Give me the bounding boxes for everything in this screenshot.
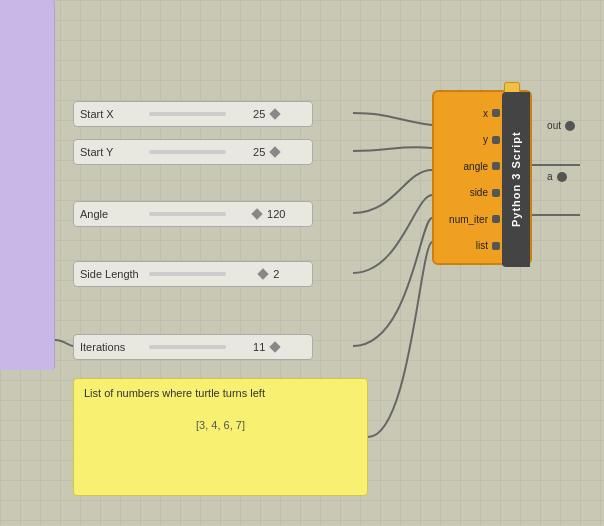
- python-input-ports: x y angle side num_iter list: [434, 92, 506, 267]
- port-side: side: [440, 187, 500, 198]
- angle-value: 120: [230, 208, 307, 220]
- output-ports: out a: [547, 120, 575, 182]
- start-y-node: Start Y 25: [73, 138, 313, 166]
- start-y-box[interactable]: Start Y 25: [73, 139, 313, 165]
- port-list: list: [440, 240, 500, 251]
- output-a-dot: [557, 172, 567, 182]
- side-length-label: Side Length: [80, 268, 145, 280]
- left-panel: [0, 0, 55, 370]
- start-y-slider[interactable]: [149, 150, 226, 154]
- side-length-node: Side Length 2: [73, 260, 313, 288]
- start-x-node: Start X 25: [73, 100, 313, 128]
- angle-node: Angle 120: [73, 200, 313, 228]
- port-y-label: y: [483, 134, 488, 145]
- iterations-label: Iterations: [80, 341, 145, 353]
- output-a-label: a: [547, 171, 553, 182]
- python-node-title: Python 3 Script: [502, 92, 530, 267]
- port-list-label: list: [476, 240, 488, 251]
- angle-label: Angle: [80, 208, 145, 220]
- python-script-node[interactable]: x y angle side num_iter list Python 3 Sc…: [432, 90, 532, 265]
- start-x-slider[interactable]: [149, 112, 226, 116]
- port-x: x: [440, 108, 500, 119]
- start-y-label: Start Y: [80, 146, 145, 158]
- output-out-label: out: [547, 120, 561, 131]
- port-side-label: side: [470, 187, 488, 198]
- port-y: y: [440, 134, 500, 145]
- note-box[interactable]: List of numbers where turtle turns left …: [73, 378, 368, 496]
- side-length-value: 2: [230, 268, 307, 280]
- start-y-diamond: [270, 146, 281, 157]
- port-list-dot: [492, 242, 500, 250]
- port-y-dot: [492, 136, 500, 144]
- note-value: [3, 4, 6, 7]: [84, 419, 357, 431]
- output-out-dot: [565, 121, 575, 131]
- port-angle-label: angle: [464, 161, 488, 172]
- iterations-slider[interactable]: [149, 345, 226, 349]
- side-length-slider[interactable]: [149, 272, 226, 276]
- start-x-diamond: [270, 108, 281, 119]
- iterations-value: 11: [230, 341, 307, 353]
- start-x-box[interactable]: Start X 25: [73, 101, 313, 127]
- port-num-iter-dot: [492, 215, 500, 223]
- port-num-iter: num_iter: [440, 214, 500, 225]
- iterations-box[interactable]: Iterations 11: [73, 334, 313, 360]
- start-x-value: 25: [230, 108, 307, 120]
- angle-box[interactable]: Angle 120: [73, 201, 313, 227]
- note-title: List of numbers where turtle turns left: [84, 387, 357, 399]
- port-angle: angle: [440, 161, 500, 172]
- port-num-iter-label: num_iter: [449, 214, 488, 225]
- side-length-box[interactable]: Side Length 2: [73, 261, 313, 287]
- port-side-dot: [492, 189, 500, 197]
- output-out: out: [547, 120, 575, 131]
- port-x-label: x: [483, 108, 488, 119]
- port-angle-dot: [492, 162, 500, 170]
- side-length-diamond: [257, 268, 268, 279]
- iterations-node: Iterations 11: [73, 333, 313, 361]
- start-x-label: Start X: [80, 108, 145, 120]
- start-y-value: 25: [230, 146, 307, 158]
- angle-diamond-left: [251, 208, 262, 219]
- iterations-diamond: [270, 341, 281, 352]
- output-a: a: [547, 171, 575, 182]
- angle-slider[interactable]: [149, 212, 226, 216]
- port-x-dot: [492, 109, 500, 117]
